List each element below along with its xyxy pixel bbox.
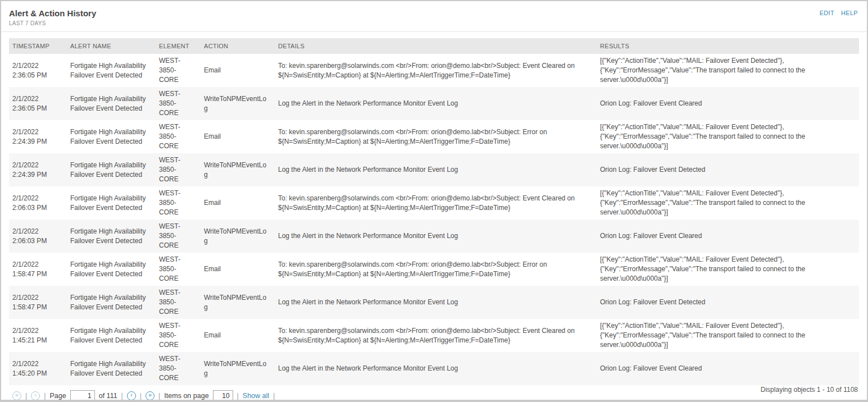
details-cell: Log the Alert in the Network Performance… bbox=[275, 97, 597, 111]
page-of-label: of 111 bbox=[99, 392, 117, 400]
column-header-results: RESULTS bbox=[597, 38, 859, 54]
alert-name-cell: Fortigate High Availability Failover Eve… bbox=[67, 357, 156, 381]
alert-action-history-card: Alert & Action History LAST 7 DAYS EDIT … bbox=[1, 1, 867, 400]
alert-name-cell: Fortigate High Availability Failover Eve… bbox=[67, 125, 156, 149]
timestamp-cell: 2/1/2022 2:36:05 PM bbox=[9, 59, 67, 83]
edit-link[interactable]: EDIT bbox=[820, 10, 834, 16]
alert-name-cell: Fortigate High Availability Failover Eve… bbox=[67, 324, 156, 348]
pager-separator: | bbox=[237, 392, 239, 400]
element-cell: WEST-3850-CORE bbox=[156, 286, 201, 319]
element-cell: WEST-3850-CORE bbox=[156, 186, 201, 220]
table-row: 2/1/2022 1:45:20 PM Fortigate High Avail… bbox=[9, 352, 859, 385]
help-link[interactable]: HELP bbox=[841, 10, 858, 16]
last-page-button[interactable]: » bbox=[146, 391, 154, 400]
action-cell: WriteToNPMEventLog bbox=[201, 225, 275, 248]
alert-name-cell: Fortigate High Availability Failover Eve… bbox=[67, 92, 156, 116]
page-label: Page bbox=[50, 392, 66, 400]
column-header-timestamp: TIMESTAMP bbox=[9, 38, 67, 54]
timestamp-cell: 2/1/2022 2:24:39 PM bbox=[9, 125, 67, 149]
alert-history-table: TIMESTAMP ALERT NAME ELEMENT ACTION DETA… bbox=[9, 38, 859, 385]
element-cell: WEST-3850-CORE bbox=[156, 352, 201, 385]
page-input[interactable] bbox=[70, 390, 95, 400]
results-cell: Orion Log: Failover Event Cleared bbox=[597, 229, 859, 243]
results-cell: [{"Key":"ActionTitle","Value":"MAIL: Fai… bbox=[597, 120, 859, 153]
show-all-link[interactable]: Show all bbox=[243, 392, 269, 400]
action-cell: Email bbox=[201, 196, 275, 210]
results-cell: [{"Key":"ActionTitle","Value":"MAIL: Fai… bbox=[597, 253, 859, 286]
element-cell: WEST-3850-CORE bbox=[156, 253, 201, 286]
results-cell: Orion Log: Failover Event Cleared bbox=[597, 97, 859, 111]
results-cell: Orion Log: Failover Event Detected bbox=[597, 163, 859, 177]
details-cell: To: kevin.sparenberg@solarwinds.com <br/… bbox=[275, 191, 597, 215]
details-cell: Log the Alert in the Network Performance… bbox=[275, 163, 597, 177]
displaying-objects-label: Displaying objects 1 - 10 of 1108 bbox=[761, 386, 858, 394]
timestamp-cell: 2/1/2022 1:45:20 PM bbox=[9, 357, 67, 381]
prev-page-button[interactable]: ‹ bbox=[31, 391, 40, 400]
element-cell: WEST-3850-CORE bbox=[156, 120, 201, 153]
table-row: 2/1/2022 1:58:47 PM Fortigate High Avail… bbox=[9, 286, 859, 319]
column-header-alert-name: ALERT NAME bbox=[67, 38, 156, 54]
alert-name-cell: Fortigate High Availability Failover Eve… bbox=[67, 258, 156, 281]
table-row: 2/1/2022 2:36:05 PM Fortigate High Avail… bbox=[9, 87, 859, 120]
column-header-action: ACTION bbox=[201, 38, 275, 54]
action-cell: WriteToNPMEventLog bbox=[201, 357, 275, 381]
details-cell: To: kevin.sparenberg@solarwinds.com <br/… bbox=[275, 258, 597, 281]
table-row: 2/1/2022 2:24:39 PM Fortigate High Avail… bbox=[9, 153, 859, 186]
table-row: 2/1/2022 1:45:21 PM Fortigate High Avail… bbox=[9, 319, 859, 352]
alert-name-cell: Fortigate High Availability Failover Eve… bbox=[67, 225, 156, 248]
first-page-button[interactable]: « bbox=[12, 391, 21, 400]
pager-separator: | bbox=[121, 392, 123, 400]
pager-separator: | bbox=[158, 392, 160, 400]
action-cell: Email bbox=[201, 328, 275, 342]
results-cell: Orion Log: Failover Event Detected bbox=[597, 295, 859, 309]
details-cell: Log the Alert in the Network Performance… bbox=[275, 229, 597, 243]
timestamp-cell: 2/1/2022 1:58:47 PM bbox=[9, 258, 67, 281]
card-header: Alert & Action History LAST 7 DAYS EDIT … bbox=[1, 1, 867, 31]
page-subtitle: LAST 7 DAYS bbox=[9, 20, 858, 26]
action-cell: Email bbox=[201, 262, 275, 276]
table-row: 2/1/2022 2:24:39 PM Fortigate High Avail… bbox=[9, 120, 859, 153]
action-cell: WriteToNPMEventLog bbox=[201, 92, 275, 116]
results-cell: [{"Key":"ActionTitle","Value":"MAIL: Fai… bbox=[597, 319, 859, 352]
table-row: 2/1/2022 2:06:03 PM Fortigate High Avail… bbox=[9, 220, 859, 253]
header-divider bbox=[1, 31, 867, 32]
items-on-page-label: Items on page bbox=[164, 392, 208, 400]
details-cell: To: kevin.sparenberg@solarwinds.com <br/… bbox=[275, 59, 597, 83]
column-header-element: ELEMENT bbox=[156, 38, 201, 54]
table-row: 2/1/2022 2:36:05 PM Fortigate High Avail… bbox=[9, 54, 859, 87]
details-cell: To: kevin.sparenberg@solarwinds.com <br/… bbox=[275, 324, 597, 348]
timestamp-cell: 2/1/2022 2:24:39 PM bbox=[9, 158, 67, 182]
details-cell: Log the Alert in the Network Performance… bbox=[275, 295, 597, 309]
pager-separator: | bbox=[44, 392, 46, 400]
action-cell: WriteToNPMEventLog bbox=[201, 158, 275, 182]
table-row: 2/1/2022 1:58:47 PM Fortigate High Avail… bbox=[9, 253, 859, 286]
pager-separator: | bbox=[25, 392, 27, 400]
timestamp-cell: 2/1/2022 2:36:05 PM bbox=[9, 92, 67, 116]
pager-separator: | bbox=[273, 392, 275, 400]
header-links: EDIT HELP bbox=[815, 10, 858, 16]
next-page-button[interactable]: › bbox=[127, 391, 136, 400]
table-row: 2/1/2022 2:06:03 PM Fortigate High Avail… bbox=[9, 186, 859, 220]
action-cell: Email bbox=[201, 63, 275, 77]
column-header-details: DETAILS bbox=[275, 38, 597, 54]
timestamp-cell: 2/1/2022 1:58:47 PM bbox=[9, 291, 67, 314]
timestamp-cell: 2/1/2022 1:45:21 PM bbox=[9, 324, 67, 348]
pagination-bar: « | ‹ | Page of 111 | › | » | Items on p… bbox=[9, 386, 859, 400]
table-body: 2/1/2022 2:36:05 PM Fortigate High Avail… bbox=[9, 54, 859, 385]
results-cell: [{"Key":"ActionTitle","Value":"MAIL: Fai… bbox=[597, 186, 859, 220]
alert-name-cell: Fortigate High Availability Failover Eve… bbox=[67, 291, 156, 314]
alert-name-cell: Fortigate High Availability Failover Eve… bbox=[67, 191, 156, 215]
pager-separator: | bbox=[140, 392, 142, 400]
items-on-page-input[interactable] bbox=[213, 390, 233, 400]
widget-frame: Alert & Action History LAST 7 DAYS EDIT … bbox=[0, 0, 868, 402]
results-cell: Orion Log: Failover Event Cleared bbox=[597, 362, 859, 376]
alert-name-cell: Fortigate High Availability Failover Eve… bbox=[67, 158, 156, 182]
alert-name-cell: Fortigate High Availability Failover Eve… bbox=[67, 59, 156, 83]
timestamp-cell: 2/1/2022 2:06:03 PM bbox=[9, 191, 67, 215]
element-cell: WEST-3850-CORE bbox=[156, 319, 201, 352]
table-header-row: TIMESTAMP ALERT NAME ELEMENT ACTION DETA… bbox=[9, 38, 859, 54]
element-cell: WEST-3850-CORE bbox=[156, 54, 201, 87]
element-cell: WEST-3850-CORE bbox=[156, 220, 201, 253]
element-cell: WEST-3850-CORE bbox=[156, 87, 201, 120]
results-cell: [{"Key":"ActionTitle","Value":"MAIL: Fai… bbox=[597, 54, 859, 87]
